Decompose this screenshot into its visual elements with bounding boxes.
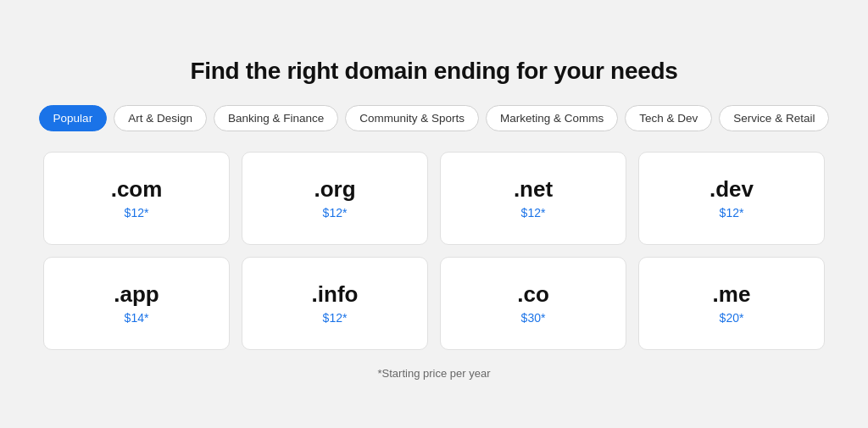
domain-price: $12* xyxy=(720,206,744,220)
domain-price: $14* xyxy=(125,311,149,325)
domain-price: $30* xyxy=(521,311,546,325)
domain-card-dev[interactable]: .dev$12* xyxy=(638,152,825,245)
domain-extension: .co xyxy=(517,281,549,308)
domain-price: $12* xyxy=(323,311,348,325)
domain-extension: .info xyxy=(312,281,359,308)
filter-tabs: PopularArt & DesignBanking & FinanceComm… xyxy=(39,105,830,131)
domain-price: $12* xyxy=(323,206,348,220)
footnote: *Starting price per year xyxy=(378,367,491,380)
filter-tab-marketing-comms[interactable]: Marketing & Comms xyxy=(486,105,618,131)
domain-card-net[interactable]: .net$12* xyxy=(440,152,626,245)
domain-extension: .dev xyxy=(709,176,754,203)
domain-card-me[interactable]: .me$20* xyxy=(638,257,825,350)
filter-tab-banking-finance[interactable]: Banking & Finance xyxy=(214,105,338,131)
domain-card-co[interactable]: .co$30* xyxy=(440,257,626,350)
domain-extension: .net xyxy=(514,176,553,203)
domain-extension: .com xyxy=(111,176,163,203)
domains-grid: .com$12*.org$12*.net$12*.dev$12*.app$14*… xyxy=(43,152,825,350)
page-title: Find the right domain ending for your ne… xyxy=(190,58,677,85)
filter-tab-popular[interactable]: Popular xyxy=(39,105,108,131)
domain-extension: .me xyxy=(713,281,751,308)
domain-price: $12* xyxy=(125,206,149,220)
domain-price: $12* xyxy=(521,206,546,220)
page-wrapper: Find the right domain ending for your ne… xyxy=(0,32,868,397)
filter-tab-community-sports[interactable]: Community & Sports xyxy=(345,105,479,131)
filter-tab-service-retail[interactable]: Service & Retail xyxy=(719,105,829,131)
domain-extension: .app xyxy=(114,281,159,308)
domain-card-info[interactable]: .info$12* xyxy=(242,257,428,350)
domain-extension: .org xyxy=(314,176,355,203)
domain-card-org[interactable]: .org$12* xyxy=(242,152,428,245)
domain-price: $20* xyxy=(720,311,744,325)
domain-card-com[interactable]: .com$12* xyxy=(43,152,230,245)
filter-tab-art-design[interactable]: Art & Design xyxy=(114,105,207,131)
domain-card-app[interactable]: .app$14* xyxy=(43,257,230,350)
filter-tab-tech-dev[interactable]: Tech & Dev xyxy=(625,105,712,131)
